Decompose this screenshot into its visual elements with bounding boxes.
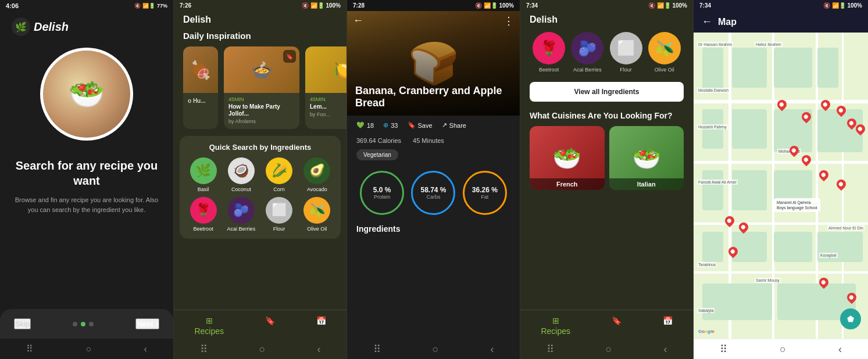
french-cuisine[interactable]: 🥗 French xyxy=(530,126,605,190)
status-bar-5: 7:34 🔇 📶🔋 100% xyxy=(694,0,868,11)
top-acai-label: Acai Berries xyxy=(573,67,602,73)
more-button[interactable]: ⋮ xyxy=(503,15,514,27)
save-action[interactable]: 🔖 Save xyxy=(408,121,433,129)
recipe-title-overlay: Banana, Cranberry and Apple Bread xyxy=(355,85,512,110)
time-4: 7:34 xyxy=(526,2,538,9)
logo: 🌿 Delish xyxy=(12,17,69,36)
vegetarian-tag: Vegetarian xyxy=(356,149,398,160)
icons-2: 🔇 📶🔋 100% xyxy=(302,2,341,9)
ing-flour[interactable]: ⬜ Flour xyxy=(263,197,296,232)
top-olive-circle: 🫒 xyxy=(648,32,681,64)
school-label: Manaret Al Qahera Boys language School xyxy=(774,198,820,212)
view-all-button[interactable]: View all Ingredients xyxy=(530,82,684,102)
phone4-content: Delish 🌹 Beetroot 🫐 Acai Berries ⬜ Flour… xyxy=(520,11,693,339)
adds-count: 33 xyxy=(391,122,398,129)
recipes4-nav-label: Recipes xyxy=(541,326,570,336)
ing-basil[interactable]: 🌿 Basil xyxy=(187,157,220,192)
card-info-partial: o Hu... xyxy=(183,93,218,109)
cuisine-section-title: What Cuisines Are You Looking For? xyxy=(530,111,684,120)
map-block-13 xyxy=(732,232,767,263)
recipe-card-1[interactable]: 🍲 🔖 45MIN How to Make Party Jollof... by… xyxy=(224,46,299,129)
daily-inspiration-title: Daily Inspiration xyxy=(174,31,347,46)
map-back-button[interactable]: ← xyxy=(702,16,712,28)
logo-icon: 🌿 xyxy=(12,17,30,36)
card-by-2: by Foo... xyxy=(310,112,347,117)
top-flour[interactable]: ⬜ Flour xyxy=(610,32,642,73)
recipe-card-2[interactable]: 🍋 🔖 45MIN Lem... by Foo... xyxy=(305,46,347,129)
quick-search-title: Quick Search by Ingredients xyxy=(187,143,334,152)
ing-olive-oil[interactable]: 🫒 Olive Oil xyxy=(301,197,334,232)
status-bar-4: 7:34 🔇 📶🔋 100% xyxy=(520,0,693,11)
actions-bar: 💚 18 ⊕ 33 🔖 Save ↗ Share xyxy=(347,116,520,135)
adds-action[interactable]: ⊕ 33 xyxy=(383,121,398,129)
street-label-10: Samir Mousy xyxy=(755,278,781,283)
teal-fab-button[interactable]: ⬟ xyxy=(840,308,861,329)
phone2-content: Delish Daily Inspiration 🍖 o Hu... 🍲 🔖 4… xyxy=(174,11,347,339)
carbs-circle: 58.74 % Carbs xyxy=(411,171,455,215)
top-beetroot-label: Beetroot xyxy=(539,67,559,73)
street-label-7: Farook Awal Ali Amer xyxy=(697,180,738,185)
acai-circle: 🫐 xyxy=(228,197,255,224)
card-time-1: 45MIN xyxy=(228,96,295,102)
app-title-4: Delish xyxy=(530,11,684,32)
likes-count: 18 xyxy=(367,122,374,129)
beetroot-circle: 🌹 xyxy=(190,197,217,224)
basil-label: Basil xyxy=(198,186,209,192)
avocado-label: Avocado xyxy=(307,186,327,192)
ing-avocado[interactable]: 🥑 Avocado xyxy=(301,157,334,192)
ing-coconut[interactable]: 🥥 Coconut xyxy=(224,157,258,192)
french-label: French xyxy=(530,178,605,190)
tag-row: Vegetarian xyxy=(347,149,520,165)
card-name-partial: o Hu... xyxy=(188,98,213,105)
ing-corn[interactable]: 🌽 Corn xyxy=(263,157,296,192)
protein-val: 5.0 % xyxy=(373,186,391,194)
icons-5: 🔇 📶🔋 100% xyxy=(823,2,862,9)
top-olive[interactable]: 🫒 Olive Oil xyxy=(648,32,681,73)
bookmark-1[interactable]: 🔖 xyxy=(283,50,296,63)
ing-acai[interactable]: 🫐 Acai Berries xyxy=(224,197,258,232)
map-block-3 xyxy=(774,48,812,88)
nav4-calendar[interactable]: 📅 xyxy=(663,316,673,336)
dot-2-active xyxy=(81,322,85,326)
map-block-10 xyxy=(732,170,767,210)
top-acai[interactable]: 🫐 Acai Berries xyxy=(571,32,603,73)
map-area[interactable]: Dr Hassan Ibrahim Hafez Ibrahim Mostafa … xyxy=(694,33,868,339)
card-info-2: 45MIN Lem... by Foo... xyxy=(305,93,347,122)
italian-cuisine[interactable]: 🥗 Italian xyxy=(609,126,684,190)
map-block-9 xyxy=(702,170,723,210)
status-bar-1: 4:06 🔇 📶🔋 77% xyxy=(0,0,173,12)
android-nav-4: ⠿ ○ ‹ xyxy=(520,339,693,359)
recipes-nav-label: Recipes xyxy=(194,326,224,336)
top-flour-label: Flour xyxy=(620,67,632,73)
nav4-bookmark[interactable]: 🔖 xyxy=(612,316,621,336)
nav4-recipes[interactable]: ⊞ Recipes xyxy=(541,316,570,336)
nav-bookmark[interactable]: 🔖 xyxy=(265,316,275,336)
skip-button[interactable]: Skip xyxy=(14,318,31,329)
street-label-3: Mostafa Darwish xyxy=(697,88,730,93)
top-olive-label: Olive Oil xyxy=(655,67,674,73)
top-beetroot[interactable]: 🌹 Beetroot xyxy=(533,32,565,73)
recipe-card-partial[interactable]: 🍖 o Hu... xyxy=(183,46,218,129)
phone4-bottom-nav: ⊞ Recipes 🔖 📅 xyxy=(520,310,693,342)
stats-row: 369.64 Calories 45 Minutes xyxy=(347,135,520,149)
cuisine-grid: 🥗 French 🥗 Italian xyxy=(530,126,684,190)
nav-recipes[interactable]: ⊞ Recipes xyxy=(194,316,224,336)
fat-circle: 36.26 % Fat xyxy=(463,171,507,215)
android-nav-3: ⠿ ○ ‹ xyxy=(347,339,520,359)
dot-1 xyxy=(73,322,77,326)
nav-calendar[interactable]: 📅 xyxy=(316,316,326,336)
street-label-1: Dr Hassan Ibrahim xyxy=(697,42,733,47)
share-action[interactable]: ↗ Share xyxy=(442,121,466,129)
map-header: ← Map xyxy=(694,11,868,33)
ing-beetroot[interactable]: 🌹 Beetroot xyxy=(187,197,220,232)
avocado-circle: 🥑 xyxy=(303,157,330,184)
phone3-wrap: 7:28 🔇 📶🔋 100% 🍞 ← ⋮ Banana, Cranberry a… xyxy=(347,0,520,359)
share-label: Share xyxy=(449,122,466,129)
back-button[interactable]: ← xyxy=(353,15,363,27)
icons-3: 🔇 📶🔋 100% xyxy=(475,2,514,9)
likes-action[interactable]: 💚 18 xyxy=(356,121,374,129)
next-button[interactable]: Next › xyxy=(135,318,159,329)
top-beetroot-circle: 🌹 xyxy=(533,32,565,64)
phone2-recipes: 7:26 🔇 📶🔋 100% Delish Daily Inspiration … xyxy=(173,0,347,359)
calories-stat: 369.64 Calories xyxy=(356,137,401,144)
